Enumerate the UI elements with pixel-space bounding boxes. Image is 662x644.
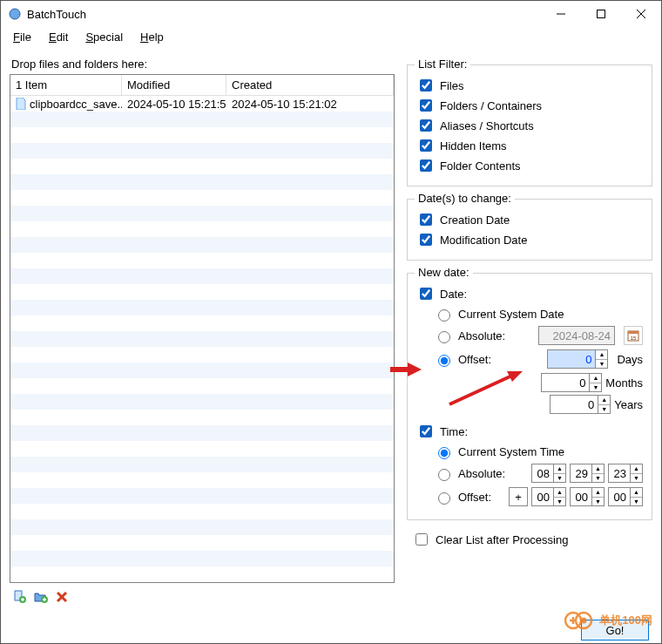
absolute-date-input [538,326,615,345]
off-sec-input[interactable] [608,487,631,506]
close-button[interactable] [621,1,661,27]
offset-days-input[interactable] [547,349,596,369]
th-name[interactable]: 1 Item [10,75,122,95]
table-row [10,410,394,425]
table-row [10,190,394,206]
new-date-title: New date: [415,266,473,279]
abs-min-spinner[interactable]: ▲▼ [592,464,605,483]
offset-sign-button[interactable]: + [509,487,528,506]
list-filter-title: List Filter: [415,58,470,71]
add-file-button[interactable] [11,588,29,606]
drop-label: Drop files and folders here: [11,58,395,71]
cell-name: clipboardcc_save... [30,98,122,111]
lbl-absolute-date: Absolute: [458,329,505,342]
lbl-offset-time: Offset: [458,491,491,504]
menu-file[interactable]: File [4,29,40,45]
radio-absolute-time[interactable] [438,469,450,481]
offset-days-spinner[interactable]: ▲▼ [596,349,608,369]
lbl-current-time: Current System Time [458,445,564,458]
table-row [10,127,394,143]
svg-text:15: 15 [631,336,637,341]
dates-change-title: Date(s) to change: [415,192,515,205]
off-min-input[interactable] [570,487,592,506]
radio-offset-date[interactable] [438,355,450,367]
toolbar-bottom [10,583,395,609]
off-hour-spinner[interactable]: ▲▼ [554,487,566,506]
watermark-text: 单机100网 [599,613,652,628]
lbl-current-date: Current System Date [458,308,564,321]
lbl-aliases: Aliases / Shortcuts [440,119,534,132]
right-column: List Filter: Files Folders / Containers … [407,54,652,609]
chk-date[interactable] [420,288,432,300]
chk-contents[interactable] [420,159,432,172]
chk-hidden[interactable] [420,139,432,152]
offset-years-input[interactable] [550,395,598,414]
menu-help[interactable]: Help [132,29,172,45]
lbl-creation: Creation Date [440,214,510,227]
offset-months-input[interactable] [541,373,590,392]
app-icon [8,7,22,21]
file-table: 1 Item Modified Created clipboardcc_save… [10,74,395,583]
chk-aliases[interactable] [420,119,432,132]
svg-rect-2 [598,10,605,18]
table-row [10,143,394,159]
th-modified[interactable]: Modified [122,75,226,95]
cell-created: 2024-05-10 15:21:02 [226,98,394,111]
off-hour-input[interactable] [531,487,554,506]
abs-hour-spinner[interactable]: ▲▼ [554,464,566,483]
minimize-button[interactable] [541,1,581,27]
table-row [10,206,394,221]
table-row [10,378,394,394]
dates-change-group: Date(s) to change: Creation Date Modific… [407,199,652,261]
table-row[interactable]: clipboardcc_save...2024-05-10 15:21:5020… [10,96,394,112]
calendar-icon[interactable]: 15 [624,326,643,345]
maximize-button[interactable] [581,1,621,27]
off-sec-spinner[interactable]: ▲▼ [631,487,643,506]
chk-files[interactable] [420,79,432,92]
svg-marker-17 [390,363,422,376]
lbl-days: Days [617,353,643,366]
table-row [10,237,394,253]
radio-current-date[interactable] [438,309,450,322]
add-folder-button[interactable] [32,588,50,606]
table-row [10,300,394,315]
table-row [10,535,394,551]
abs-sec-input[interactable] [608,464,631,483]
off-min-spinner[interactable]: ▲▼ [592,487,605,506]
offset-years-spinner[interactable]: ▲▼ [598,395,611,414]
table-row [10,174,394,190]
new-date-group: New date: Date: Current System Date Abso… [407,273,652,520]
radio-offset-time[interactable] [438,492,450,505]
chk-creation[interactable] [420,214,432,226]
remove-button[interactable] [53,588,71,606]
lbl-absolute-time: Absolute: [458,467,505,480]
table-row [10,551,394,566]
lbl-folders: Folders / Containers [440,99,542,112]
table-row [10,394,394,410]
chk-folders[interactable] [420,99,432,112]
offset-months-spinner[interactable]: ▲▼ [590,373,602,392]
lbl-modification: Modification Date [440,234,527,247]
abs-min-input[interactable] [570,464,592,483]
table-row [10,221,394,237]
chk-time[interactable] [420,425,432,437]
chk-clear-list[interactable] [415,533,428,546]
radio-current-time[interactable] [438,447,450,459]
lbl-clear-list: Clear List after Processing [436,533,568,546]
menu-edit[interactable]: Edit [40,29,77,45]
lbl-months: Months [605,376,643,390]
menu-special[interactable]: Special [77,29,132,45]
chk-modification[interactable] [420,234,432,246]
table-row [10,441,394,457]
table-row [10,457,394,472]
table-row [10,331,394,347]
table-row [10,363,394,378]
abs-sec-spinner[interactable]: ▲▼ [631,464,643,483]
th-created[interactable]: Created [226,75,394,95]
table-row [10,284,394,300]
abs-hour-input[interactable] [531,464,554,483]
radio-absolute-date[interactable] [438,331,450,343]
table-row [10,519,394,535]
table-row [10,425,394,441]
left-column: Drop files and folders here: 1 Item Modi… [10,54,395,609]
